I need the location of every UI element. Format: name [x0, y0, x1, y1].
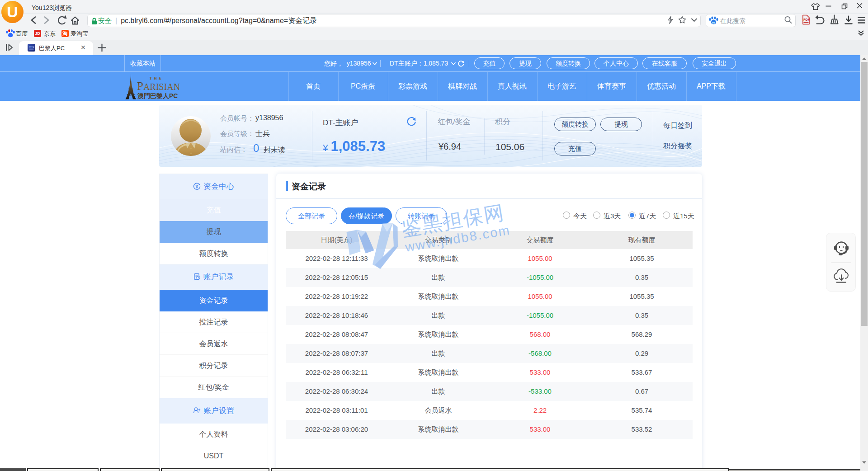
svg-text:PARISIAN: PARISIAN [137, 80, 180, 92]
svg-text:du: du [712, 21, 715, 24]
svg-text:澳門巴黎人PC: 澳門巴黎人PC [137, 92, 178, 99]
svg-text:ATHE: ATHE [29, 46, 34, 48]
svg-text:PDF: PDF [803, 18, 810, 21]
svg-text:THE: THE [149, 76, 163, 80]
